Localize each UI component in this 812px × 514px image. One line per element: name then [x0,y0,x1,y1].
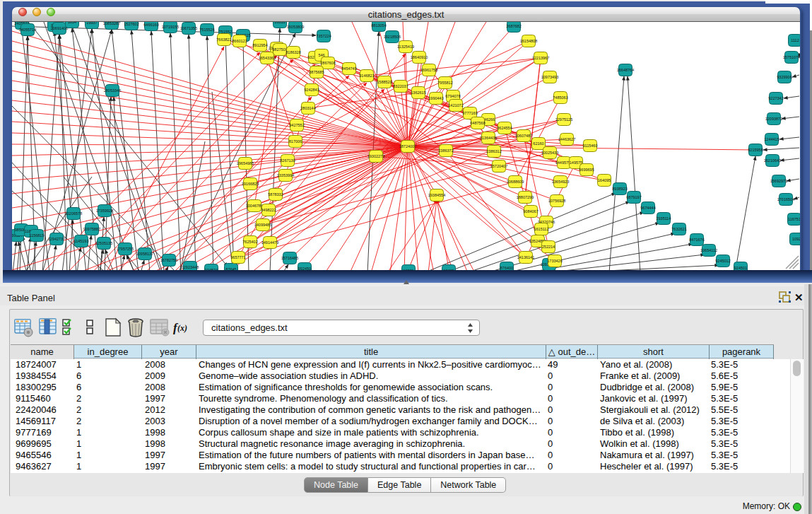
svg-text:9329906: 9329906 [777,75,792,79]
svg-text:16053: 16053 [274,22,285,24]
svg-text:164095: 164095 [598,178,611,182]
svg-text:20691406: 20691406 [51,26,68,30]
svg-text:1362615: 1362615 [411,90,425,95]
svg-text:5878332: 5878332 [268,192,283,197]
svg-text:1112: 1112 [791,38,799,42]
svg-text:10958137: 10958137 [136,252,153,256]
svg-text:16543362: 16543362 [259,56,276,60]
svg-text:16648764: 16648764 [617,68,634,72]
svg-text:8813054: 8813054 [371,23,386,28]
svg-text:1156819: 1156819 [29,233,44,238]
svg-text:15692971: 15692971 [770,179,787,183]
svg-text:6794078: 6794078 [445,94,460,98]
svg-text:8267130: 8267130 [280,158,295,163]
svg-text:20206578: 20206578 [65,211,82,216]
svg-text:1244415: 1244415 [764,137,779,141]
svg-text:17016504: 17016504 [777,197,794,201]
svg-text:16053809: 16053809 [287,25,304,29]
svg-text:19166825: 19166825 [242,182,259,186]
svg-text:116753: 116753 [788,217,800,221]
svg-text:13654923: 13654923 [552,180,569,184]
svg-text:21364436: 21364436 [480,136,497,140]
svg-text:9146821: 9146821 [359,74,374,78]
svg-text:8912954: 8912954 [252,43,267,47]
svg-text:12213967: 12213967 [532,56,549,60]
svg-text:12505135: 12505135 [95,241,112,245]
svg-text:1092: 1092 [792,237,800,241]
svg-text:8938923: 8938923 [612,187,627,191]
svg-text:3875685: 3875685 [309,70,324,74]
svg-text:252214: 252214 [542,245,555,249]
svg-text:18724007: 18724007 [399,144,416,148]
svg-text:12942737: 12942737 [48,237,65,241]
svg-text:10607487: 10607487 [515,134,532,138]
svg-text:7485063: 7485063 [553,95,567,100]
svg-text:8322037: 8322037 [393,84,408,88]
svg-text:2386372: 2386372 [438,148,453,153]
svg-text:15751074: 15751074 [783,55,800,59]
svg-text:6699695: 6699695 [579,168,594,172]
svg-text:1421072: 1421072 [448,103,463,107]
svg-text:2803144: 2803144 [300,106,315,110]
svg-text:9084067: 9084067 [523,209,538,214]
svg-text:15716485: 15716485 [281,256,298,260]
svg-text:9215958: 9215958 [748,148,763,152]
svg-text:11325419: 11325419 [397,45,414,49]
svg-text:10671355: 10671355 [180,26,197,30]
svg-text:17957255: 17957255 [117,247,134,251]
svg-text:19937: 19937 [86,22,97,25]
svg-text:3498222: 3498222 [261,208,276,212]
svg-text:3624554: 3624554 [497,126,512,130]
svg-text:9427552: 9427552 [289,123,304,127]
svg-text:90975887: 90975887 [83,227,100,231]
svg-text:10654112: 10654112 [700,248,717,252]
svg-text:1527602: 1527602 [124,22,139,26]
svg-text:10719155: 10719155 [162,25,179,29]
svg-text:1588520: 1588520 [377,80,392,84]
svg-text:9242843: 9242843 [304,88,319,92]
svg-text:1145193: 1145193 [73,239,88,243]
svg-text:(x): (x) [177,323,187,333]
svg-text:817006: 817006 [289,139,302,144]
svg-text:9115460: 9115460 [582,144,597,148]
svg-text:9227342: 9227342 [768,96,783,100]
svg-text:2687682: 2687682 [506,24,521,28]
svg-text:6466160: 6466160 [143,23,158,27]
svg-text:15720407: 15720407 [490,164,507,168]
svg-text:8471676: 8471676 [689,238,704,242]
svg-text:28053346: 28053346 [104,88,121,93]
svg-text:7632621: 7632621 [671,227,686,231]
svg-text:10973493: 10973493 [541,75,558,79]
svg-text:14914479: 14914479 [261,240,278,245]
svg-text:8186328: 8186328 [286,50,300,54]
svg-text:19218506: 19218506 [384,35,401,39]
svg-text:13353994: 13353994 [277,173,294,177]
svg-text:9657771: 9657771 [230,255,245,259]
svg-text:2386312: 2386312 [486,149,501,153]
svg-text:6879197: 6879197 [626,195,641,199]
svg-text:149575: 149575 [570,160,582,165]
svg-text:9245012: 9245012 [715,259,730,263]
svg-text:12093872: 12093872 [765,117,782,121]
svg-text:19302273: 19302273 [367,154,384,158]
svg-text:7515526: 7515526 [199,28,214,32]
svg-text:16210643: 16210643 [764,158,781,163]
svg-text:18807299: 18807299 [517,195,534,199]
svg-text:18640910: 18640910 [411,55,428,59]
svg-text:8454749: 8454749 [341,66,356,71]
svg-text:10688609: 10688609 [507,180,524,184]
svg-text:10853287: 10853287 [103,22,120,25]
svg-text:16782759: 16782759 [160,258,177,262]
svg-text:9674444: 9674444 [640,206,655,210]
svg-text:14099485: 14099485 [254,223,271,227]
svg-text:62160: 62160 [533,141,543,146]
svg-text:14136141: 14136141 [517,255,534,259]
svg-text:7625402: 7625402 [242,240,257,244]
svg-text:12975125: 12975125 [555,117,572,122]
svg-text:1834: 1834 [68,22,76,24]
svg-text:19654985: 19654985 [237,161,254,165]
svg-text:12923448: 12923448 [182,265,199,269]
svg-text:14463627: 14463627 [558,137,575,141]
svg-text:19384554: 19384554 [428,193,445,197]
svg-text:24055714: 24055714 [19,28,36,32]
